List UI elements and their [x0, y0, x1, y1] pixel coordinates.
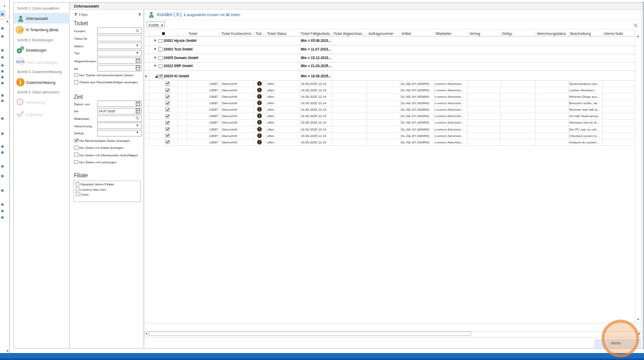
svg-text:KI: KI — [18, 28, 21, 31]
